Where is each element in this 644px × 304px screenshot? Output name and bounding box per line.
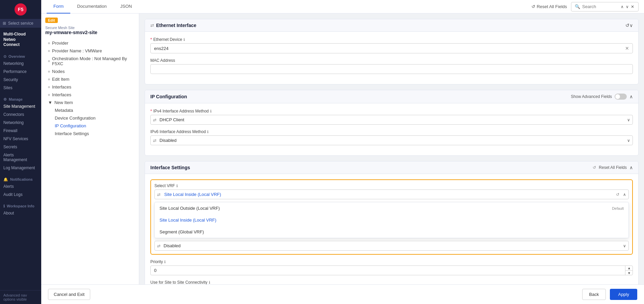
ethernet-device-clear-button[interactable]: ✕ (625, 46, 629, 51)
bottom-right-actions: Back Apply (582, 289, 637, 300)
sidebar-item-networking[interactable]: Networking (0, 59, 41, 68)
mac-address-row: MAC Address (150, 58, 633, 74)
ethernet-collapse-button[interactable]: ∨ (629, 23, 633, 28)
vrf-inner-select[interactable]: Disabled (154, 241, 629, 251)
sidebar-item-networking-manage[interactable]: Networking (0, 119, 41, 127)
ipv6-method-select[interactable]: Disabled (150, 135, 633, 145)
left-panel: Edit Secure Mesh Site my-vmware-smsv2-si… (41, 14, 139, 284)
site-to-site-info-icon[interactable]: ℹ (209, 280, 210, 285)
tree-item-orch-mode[interactable]: Orchestration Mode : Not Managed By F5XC (45, 55, 135, 68)
right-panel: ⇄ Ethernet Interface ↺ ∨ * Ethernet Devi… (139, 14, 644, 284)
ip-config-form-body: * IPv4 Interface Address Method ℹ ⇄ DHCP… (145, 103, 638, 155)
priority-input[interactable] (150, 265, 633, 275)
sidebar-item-alerts[interactable]: Alerts (0, 182, 41, 191)
show-advanced-label: Show Advanced Fields (571, 94, 612, 99)
search-close-button[interactable]: ✕ (630, 4, 635, 10)
sidebar-item-firewall[interactable]: Firewall (0, 127, 41, 135)
ipv6-info-icon[interactable]: ℹ (207, 130, 208, 134)
sidebar-item-connectors[interactable]: Connectors (0, 110, 41, 119)
ip-config-section: IP Configuration Show Advanced Fields ∧ … (145, 90, 639, 156)
apply-button[interactable]: Apply (610, 289, 637, 300)
vrf-option-outside[interactable]: Site Local Outside (Local VRF) Default (155, 202, 628, 214)
ethernet-device-input[interactable]: ens224 ✕ (150, 43, 633, 53)
reset-all-fields-button[interactable]: ↺ Reset All Fields (531, 4, 567, 9)
vrf-option-segment[interactable]: Segment (Global VRF) (155, 226, 628, 238)
search-nav-btns: ∧ ∨ ✕ (620, 4, 635, 10)
workspace-section: ℹ Workspace Info About (0, 202, 41, 217)
manage-section: ⚙ Manage Site Management Connectors Netw… (0, 95, 41, 172)
ipv6-method-label: IPv6 Interface Address Method ℹ (150, 129, 633, 134)
vrf-input-wrapper: ⇄ ↺ ∧ (154, 189, 629, 199)
tree-item-interfaces-1[interactable]: Interfaces (45, 83, 135, 91)
main-wrapper: Form Documentation JSON ↺ Reset All Fiel… (41, 0, 644, 304)
ethernet-section-header: ⇄ Ethernet Interface ↺ ∨ (145, 19, 638, 32)
cancel-exit-button[interactable]: Cancel and Exit (48, 289, 90, 300)
tree-new-item[interactable]: ▼ New Item (45, 99, 135, 106)
ipv4-info-icon[interactable]: ℹ (210, 109, 212, 113)
overview-section: ⊙ Overview Networking Performance Securi… (0, 52, 41, 92)
priority-info-icon[interactable]: ℹ (164, 260, 166, 264)
ethernet-device-label: * Ethernet Device ℹ (150, 37, 633, 42)
sidebar-item-log-management[interactable]: Log Management (0, 164, 41, 172)
vrf-info-icon[interactable]: ℹ (176, 184, 178, 188)
sidebar-item-sites[interactable]: Sites (0, 84, 41, 92)
tree-child-interface-settings[interactable]: Interface Settings (45, 130, 135, 137)
ip-config-section-header: IP Configuration Show Advanced Fields ∧ (145, 90, 638, 103)
edit-badge: Edit (45, 18, 58, 23)
ipv4-method-select[interactable]: DHCP Client (150, 115, 633, 125)
priority-spinners: ▲ ▼ (625, 265, 633, 275)
vrf-select-input[interactable] (154, 189, 629, 199)
ethernet-device-row: * Ethernet Device ℹ ens224 ✕ (150, 37, 633, 53)
interface-reset-icon[interactable]: ↺ (593, 165, 596, 170)
sidebar-item-security[interactable]: Security (0, 76, 41, 84)
show-advanced-toggle[interactable] (615, 94, 627, 100)
tab-documentation[interactable]: Documentation (70, 0, 113, 14)
ethernet-device-value: ens224 (154, 46, 169, 51)
select-service-button[interactable]: ⊞ Select service (0, 19, 41, 28)
tree-item-interfaces-2[interactable]: Interfaces (45, 91, 135, 99)
tab-form[interactable]: Form (47, 0, 70, 14)
site-to-site-row: Use for Site to Site Connectivity ℹ ⇄ Di… (150, 280, 633, 284)
vrf-option-inside[interactable]: Site Local Inside (Local VRF) (155, 214, 628, 226)
sidebar-item-site-management[interactable]: Site Management (0, 102, 41, 110)
vrf-dropdown: Site Local Outside (Local VRF) Default S… (154, 202, 629, 238)
vrf-inner-select-wrapper: ⇄ Disabled ∨ (154, 241, 629, 251)
tree-child-metadata[interactable]: Metadata (45, 106, 135, 114)
mac-address-field[interactable] (154, 67, 629, 72)
sidebar-item-performance[interactable]: Performance (0, 68, 41, 76)
ethernet-device-info-icon[interactable]: ℹ (183, 37, 185, 42)
interface-settings-collapse-button[interactable]: ∧ (629, 165, 633, 170)
search-prev-button[interactable]: ∧ (620, 4, 624, 10)
manage-section-header: ⚙ Manage (0, 95, 41, 102)
tree-item-nodes[interactable]: Nodes (45, 68, 135, 75)
ethernet-refresh-button[interactable]: ↺ (625, 23, 629, 28)
tree-item-edit-item[interactable]: Edit Item (45, 75, 135, 83)
ip-config-collapse-button[interactable]: ∧ (629, 94, 633, 99)
ethernet-section-title: Ethernet Interface (156, 23, 625, 28)
vrf-select-row: ⇄ ↺ ∧ (154, 189, 629, 199)
vrf-refresh-icon[interactable]: ↺ (616, 192, 619, 197)
priority-increment-button[interactable]: ▲ (625, 265, 633, 271)
search-next-button[interactable]: ∨ (625, 4, 629, 10)
sidebar-item-secrets[interactable]: Secrets (0, 143, 41, 151)
overview-section-header: ⊙ Overview (0, 52, 41, 59)
bell-icon: 🔔 (3, 177, 8, 182)
tab-json[interactable]: JSON (114, 0, 139, 14)
sidebar-item-nfv-services[interactable]: NFV Services (0, 135, 41, 143)
interface-reset-label: Reset All Fields (599, 165, 627, 170)
priority-input-wrapper: ▲ ▼ (150, 265, 633, 275)
top-nav: Form Documentation JSON ↺ Reset All Fiel… (41, 0, 644, 14)
tree-child-ip-config[interactable]: IP Configuration (45, 122, 135, 130)
tree-item-provider[interactable]: Provider (45, 39, 135, 47)
tree-child-device-config[interactable]: Device Configuration (45, 114, 135, 122)
sidebar-item-alerts-management[interactable]: Alerts Management (0, 151, 41, 164)
sidebar-item-about[interactable]: About (0, 209, 41, 217)
back-button[interactable]: Back (582, 289, 606, 300)
manage-icon: ⚙ (3, 97, 7, 102)
sidebar-item-audit-logs[interactable]: Audit Logs (0, 191, 41, 199)
search-input[interactable] (582, 4, 618, 9)
ipv4-method-row: * IPv4 Interface Address Method ℹ ⇄ DHCP… (150, 109, 633, 125)
priority-decrement-button[interactable]: ▼ (625, 271, 633, 275)
tree-item-provider-name[interactable]: Provider Name : VMWare (45, 47, 135, 55)
mac-address-input[interactable] (150, 64, 633, 74)
